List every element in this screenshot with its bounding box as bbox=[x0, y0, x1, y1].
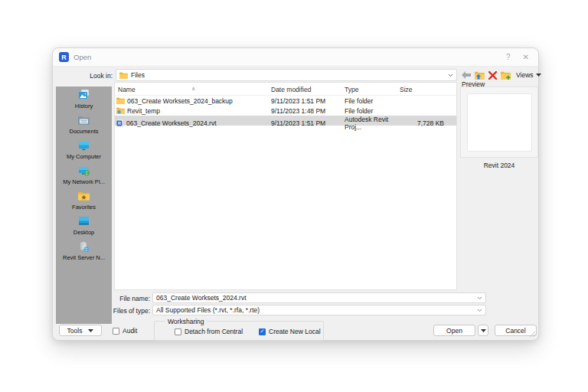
chevron-down-icon bbox=[477, 296, 482, 300]
column-header-size[interactable]: Size bbox=[400, 86, 413, 93]
sidebar-item-label: Desktop bbox=[74, 229, 95, 236]
dialog-title: Open bbox=[74, 53, 91, 61]
create-new-local-checkbox[interactable] bbox=[259, 328, 266, 335]
file-row[interactable]: 063_Create Worksets_2024_backup 9/11/202… bbox=[115, 96, 456, 106]
sidebar-item-label: My Computer bbox=[67, 153, 101, 160]
places-sidebar: History Documents My Comput bbox=[56, 87, 112, 324]
sidebar-item-label: My Network Pl... bbox=[63, 178, 105, 185]
detach-from-central-option[interactable]: Detach from Central bbox=[175, 328, 243, 335]
file-date: 9/11/2023 1:51 PM bbox=[271, 97, 345, 105]
revit-file-icon: R bbox=[116, 119, 124, 127]
files-of-type-value: All Supported Files (*.rvt, *.rfa, *.rte… bbox=[156, 306, 260, 314]
svg-text:R: R bbox=[118, 121, 121, 126]
resize-grip[interactable] bbox=[529, 331, 536, 338]
look-in-label: Look in: bbox=[67, 72, 113, 80]
file-name-value: 063_Create Worksets_2024.rvt bbox=[156, 294, 247, 302]
folder-icon bbox=[119, 72, 128, 79]
revit-app-icon: R bbox=[59, 52, 69, 62]
sidebar-item-label: Favorites bbox=[72, 204, 96, 211]
file-row[interactable]: Revit_temp 9/11/2023 1:48 PM File folder bbox=[115, 106, 456, 116]
network-places-icon bbox=[77, 164, 90, 178]
chevron-down-icon bbox=[477, 309, 482, 312]
tools-button[interactable]: Tools bbox=[59, 325, 102, 336]
desktop-icon bbox=[77, 214, 90, 228]
audit-option[interactable]: Audit bbox=[113, 327, 137, 335]
chevron-down-icon bbox=[448, 74, 453, 77]
file-row[interactable]: R 063_Create Worksets_2024.rvt 9/11/2023… bbox=[115, 116, 456, 126]
folder-temp-icon bbox=[116, 107, 125, 114]
sidebar-item-label: Documents bbox=[70, 128, 99, 135]
views-dropdown[interactable]: Views bbox=[516, 71, 541, 79]
file-date: 9/11/2023 1:48 PM bbox=[271, 107, 345, 115]
tools-label: Tools bbox=[67, 327, 83, 335]
back-button[interactable] bbox=[462, 70, 471, 80]
preview-panel bbox=[460, 87, 538, 158]
create-new-local-label: Create New Local bbox=[269, 328, 321, 335]
title-bar: R Open ? ✕ bbox=[53, 48, 538, 67]
sidebar-item-history[interactable]: History bbox=[56, 87, 112, 112]
files-of-type-dropdown[interactable]: All Supported Files (*.rvt, *.rfa, *.rte… bbox=[152, 305, 486, 315]
close-button[interactable]: ✕ bbox=[523, 53, 529, 61]
sidebar-item-favorites[interactable]: Favorites bbox=[56, 188, 112, 213]
favorites-icon bbox=[77, 189, 90, 203]
file-name-input[interactable]: 063_Create Worksets_2024.rvt bbox=[152, 292, 486, 303]
audit-checkbox[interactable] bbox=[113, 328, 119, 335]
history-icon bbox=[77, 88, 90, 102]
server-network-icon bbox=[77, 240, 90, 253]
column-header-type[interactable]: Type bbox=[345, 86, 358, 93]
audit-label: Audit bbox=[122, 327, 137, 335]
file-name: Revit_temp bbox=[127, 107, 160, 115]
file-size: 7,728 KB bbox=[400, 119, 444, 127]
folder-up-icon bbox=[475, 71, 485, 80]
file-type: File folder bbox=[345, 97, 400, 105]
file-name: 063_Create Worksets_2024.rvt bbox=[126, 119, 217, 127]
documents-icon bbox=[77, 113, 90, 127]
sidebar-item-my-computer[interactable]: My Computer bbox=[56, 137, 112, 162]
look-in-value: Files bbox=[131, 71, 145, 79]
file-name: 063_Create Worksets_2024_backup bbox=[127, 97, 233, 105]
folder-icon bbox=[116, 97, 125, 104]
up-one-level-button[interactable] bbox=[475, 70, 485, 80]
sort-ascending-icon: ∧ bbox=[191, 86, 195, 92]
preview-image bbox=[467, 93, 532, 152]
delete-button[interactable] bbox=[488, 70, 497, 80]
open-dialog: R Open ? ✕ Look in: Files bbox=[52, 47, 539, 341]
file-name-label: File name: bbox=[83, 295, 150, 302]
sidebar-item-documents[interactable]: Documents bbox=[56, 112, 112, 137]
folder-plus-icon bbox=[501, 71, 511, 80]
column-header-name[interactable]: Name bbox=[118, 86, 136, 93]
file-list-header: Name ∧ Date modified Type Size bbox=[115, 83, 456, 96]
sidebar-item-label: History bbox=[75, 103, 93, 109]
detach-label: Detach from Central bbox=[185, 328, 243, 335]
toolbar: Views bbox=[462, 69, 538, 81]
tools-caret-icon bbox=[88, 329, 93, 332]
views-label: Views bbox=[516, 71, 534, 79]
worksharing-label: Worksharing bbox=[165, 318, 207, 325]
back-arrow-icon bbox=[462, 71, 471, 79]
views-caret-icon bbox=[536, 74, 541, 77]
open-dropdown-button[interactable] bbox=[478, 325, 488, 336]
detach-checkbox[interactable] bbox=[175, 328, 181, 335]
sidebar-item-desktop[interactable]: Desktop bbox=[56, 213, 112, 238]
file-list: Name ∧ Date modified Type Size 063_Creat… bbox=[114, 82, 457, 290]
create-new-local-option[interactable]: Create New Local bbox=[259, 328, 321, 335]
help-button[interactable]: ? bbox=[506, 53, 511, 61]
preview-caption: Revit 2024 bbox=[460, 162, 538, 169]
column-header-date[interactable]: Date modified bbox=[271, 86, 311, 93]
open-button[interactable]: Open bbox=[433, 325, 475, 336]
sidebar-item-revit-server[interactable]: Revit Server N... bbox=[56, 238, 112, 263]
look-in-dropdown[interactable]: Files bbox=[116, 69, 457, 81]
sidebar-item-my-network[interactable]: My Network Pl... bbox=[56, 162, 112, 188]
files-of-type-label: Files of type: bbox=[83, 307, 150, 315]
file-type: File folder bbox=[345, 107, 400, 115]
sidebar-item-label: Revit Server N... bbox=[63, 254, 105, 261]
open-caret-icon bbox=[481, 329, 486, 332]
new-folder-button[interactable] bbox=[501, 70, 511, 80]
delete-x-icon bbox=[488, 71, 497, 80]
file-type: Autodesk Revit Proj... bbox=[345, 116, 400, 131]
file-date: 9/11/2023 1:51 PM bbox=[271, 119, 345, 127]
computer-icon bbox=[77, 139, 90, 152]
open-button-label: Open bbox=[446, 327, 462, 335]
cancel-button-label: Cancel bbox=[505, 327, 525, 335]
worksharing-group: Worksharing Detach from Central Create N… bbox=[154, 321, 324, 341]
